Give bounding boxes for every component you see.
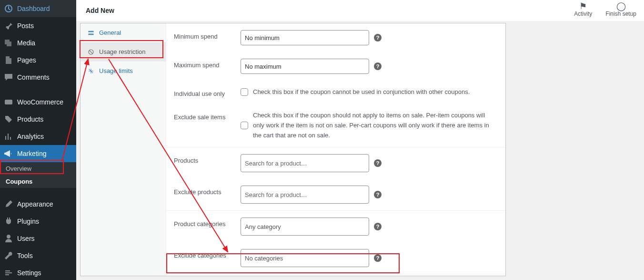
sidebar-item-settings[interactable]: Settings [0, 264, 76, 280]
woocommerce-icon [4, 97, 13, 107]
sidebar-item-analytics[interactable]: Analytics [0, 128, 76, 145]
sidebar-item-plugins[interactable]: Plugins [0, 213, 76, 230]
label: Products [174, 154, 241, 164]
label: Exclude sale items [174, 111, 241, 121]
sidebar-item-label: Users [17, 235, 35, 242]
label: Maximum spend [174, 59, 241, 69]
row-individual-use: Individual use only Check this box if th… [166, 81, 505, 104]
help-icon[interactable]: ? [374, 191, 382, 198]
general-icon [87, 29, 94, 36]
plug-icon [4, 217, 13, 226]
sidebar-item-comments[interactable]: Comments [0, 69, 76, 86]
sidebar-item-label: Settings [17, 269, 41, 277]
analytics-icon [4, 132, 13, 141]
description: Check this box if the coupon cannot be u… [253, 87, 470, 97]
flag-icon: ⚑ [579, 2, 587, 10]
row-products: Products Search for a product… ? [166, 147, 505, 179]
sidebar-item-label: Analytics [17, 133, 44, 140]
maximum-spend-input[interactable]: No maximum [241, 59, 369, 74]
submenu-overview[interactable]: Overview [0, 162, 76, 175]
form-column: Minimum spend No minimum ? Maximum spend… [166, 23, 505, 276]
products-icon [4, 114, 13, 124]
help-icon[interactable]: ? [374, 159, 382, 167]
sidebar-item-woocommerce[interactable]: WooCommerce [0, 93, 76, 111]
product-categories-input[interactable]: Any category [241, 218, 369, 236]
tab-general[interactable]: General [80, 23, 166, 42]
limits-icon [87, 67, 94, 74]
finish-label: Finish setup [605, 10, 636, 17]
sidebar-item-label: Media [17, 39, 35, 47]
activity-button[interactable]: ⚑ Activity [574, 2, 592, 17]
pin-icon [4, 21, 13, 31]
panel-tabs: General Usage restriction Usage limits [80, 23, 166, 276]
sidebar-item-label: Appearance [17, 200, 53, 208]
restriction-icon [87, 48, 94, 55]
exclude-products-input[interactable]: Search for a product… [241, 186, 369, 204]
help-icon[interactable]: ? [374, 254, 382, 262]
row-exclude-categories: Exclude categories No categories ? [166, 242, 505, 274]
sidebar-item-label: Products [17, 115, 43, 123]
top-bar: Add New ⚑ Activity ◯ Finish setup [76, 0, 644, 21]
tab-label: Usage restriction [99, 48, 146, 55]
wrench-icon [4, 251, 13, 260]
help-icon[interactable]: ? [374, 34, 382, 41]
row-minimum-spend: Minimum spend No minimum ? [166, 23, 505, 52]
sidebar-item-label: Comments [17, 73, 50, 81]
sidebar-item-label: Marketing [17, 150, 46, 157]
circle-icon: ◯ [616, 2, 626, 10]
page-title: Add New [86, 7, 114, 14]
minimum-spend-input[interactable]: No minimum [241, 30, 369, 45]
sidebar-item-label: Plugins [17, 218, 39, 225]
admin-sidebar: Dashboard Posts Media Pages Comments Woo… [0, 0, 76, 280]
brush-icon [4, 199, 13, 209]
coupon-data-panel: General Usage restriction Usage limits M… [80, 23, 506, 276]
sidebar-item-posts[interactable]: Posts [0, 17, 76, 34]
dashboard-icon [4, 4, 13, 13]
row-product-categories: Product categories Any category ? [166, 211, 505, 242]
label: Exclude products [174, 186, 241, 196]
sidebar-item-marketing[interactable]: Marketing [0, 145, 76, 162]
svg-rect-0 [5, 100, 12, 104]
sidebar-item-label: Dashboard [17, 5, 50, 12]
label: Minimum spend [174, 30, 241, 40]
sidebar-item-dashboard[interactable]: Dashboard [0, 0, 76, 17]
tab-usage-restriction[interactable]: Usage restriction [80, 42, 166, 62]
settings-icon [4, 268, 13, 278]
row-exclude-sale: Exclude sale items Check this box if the… [166, 104, 505, 147]
sidebar-item-users[interactable]: Users [0, 230, 76, 247]
sidebar-item-appearance[interactable]: Appearance [0, 196, 76, 213]
megaphone-icon [4, 149, 13, 158]
user-icon [4, 234, 13, 243]
main-area: Add New ⚑ Activity ◯ Finish setup Genera… [76, 0, 644, 280]
help-icon[interactable]: ? [374, 62, 382, 70]
label: Product categories [174, 218, 241, 228]
media-icon [4, 38, 13, 48]
description: Check this box if the coupon should not … [253, 111, 498, 140]
tab-usage-limits[interactable]: Usage limits [80, 62, 166, 80]
sidebar-item-label: Posts [17, 22, 34, 30]
individual-use-checkbox[interactable] [241, 88, 248, 96]
tab-label: Usage limits [99, 67, 133, 74]
label: Individual use only [174, 87, 241, 97]
products-input[interactable]: Search for a product… [241, 154, 369, 172]
exclude-categories-input[interactable]: No categories [241, 249, 369, 267]
comment-icon [4, 73, 13, 82]
tab-label: General [99, 29, 121, 36]
exclude-sale-checkbox[interactable] [241, 122, 248, 129]
row-exclude-products: Exclude products Search for a product… ? [166, 179, 505, 211]
row-allowed-emails: Allowed emails No restrictions ? [166, 274, 505, 276]
help-icon[interactable]: ? [374, 223, 382, 230]
sidebar-item-label: Pages [17, 56, 36, 64]
page-icon [4, 55, 13, 65]
sidebar-item-tools[interactable]: Tools [0, 247, 76, 264]
row-maximum-spend: Maximum spend No maximum ? [166, 52, 505, 81]
submenu-coupons[interactable]: Coupons [0, 175, 76, 188]
finish-setup-button[interactable]: ◯ Finish setup [605, 2, 636, 17]
label: Exclude categories [174, 249, 241, 259]
sidebar-item-media[interactable]: Media [0, 34, 76, 52]
sidebar-item-pages[interactable]: Pages [0, 52, 76, 69]
sidebar-item-label: Tools [17, 252, 33, 259]
sidebar-submenu: Overview Coupons [0, 162, 76, 188]
sidebar-item-products[interactable]: Products [0, 111, 76, 128]
activity-label: Activity [574, 10, 592, 17]
